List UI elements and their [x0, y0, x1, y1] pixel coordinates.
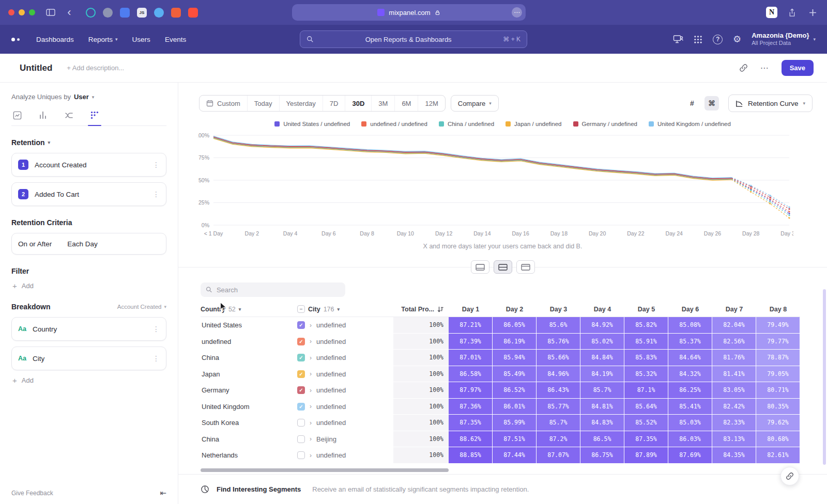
global-search-button[interactable]: Open Reports & Dashboards ⌘ + K: [300, 30, 527, 48]
date-range-yesterday[interactable]: Yesterday: [279, 96, 323, 111]
cell-retention-value[interactable]: 86.5%: [580, 431, 624, 448]
cell-retention-value[interactable]: 87.97%: [449, 382, 493, 399]
expand-row-icon[interactable]: ›: [310, 387, 312, 394]
apps-grid-icon[interactable]: [694, 35, 702, 44]
collapse-sidebar-icon[interactable]: ⇤: [160, 489, 166, 498]
cell-retention-value[interactable]: 79.62%: [756, 415, 800, 431]
cell-retention-value[interactable]: 85.82%: [624, 317, 668, 334]
new-tab-icon[interactable]: [806, 6, 819, 19]
extension-icon-3[interactable]: [120, 8, 130, 18]
tab-insights[interactable]: [11, 110, 23, 120]
row-checkbox[interactable]: [297, 451, 305, 459]
js-extension-icon[interactable]: JS: [137, 8, 147, 18]
tab-funnels[interactable]: [37, 110, 49, 120]
cell-retention-value[interactable]: 88.85%: [449, 447, 493, 464]
extension-icon-6[interactable]: [171, 8, 181, 18]
project-switcher[interactable]: Amazonia {Demo} All Project Data ▾: [752, 32, 816, 47]
share-link-fab[interactable]: [780, 467, 799, 485]
add-filter-button[interactable]: + Add: [11, 281, 166, 290]
cell-retention-value[interactable]: 85.94%: [493, 350, 537, 366]
legend-item[interactable]: United States / undefined: [274, 121, 350, 127]
help-icon[interactable]: ?: [713, 35, 723, 44]
kebab-menu-icon[interactable]: ⋮: [152, 325, 160, 333]
mixpanel-logo[interactable]: [11, 38, 20, 41]
cell-retention-value[interactable]: 85.02%: [580, 334, 624, 350]
cell-retention-value[interactable]: 82.33%: [712, 415, 756, 431]
tab-retention[interactable]: [89, 110, 100, 120]
cell-retention-value[interactable]: 81.41%: [712, 366, 756, 383]
criteria-each-day[interactable]: Each Day: [67, 240, 98, 248]
event-step-card[interactable]: 1 Account Created ⋮: [11, 153, 166, 177]
vertical-scrollbar[interactable]: [823, 289, 826, 465]
tab-flows[interactable]: [63, 110, 74, 120]
cell-retention-value[interactable]: 84.83%: [580, 415, 624, 431]
column-header-total[interactable]: Total Pro...: [393, 306, 449, 313]
cell-retention-value[interactable]: 86.03%: [668, 431, 712, 448]
cell-retention-value[interactable]: 85.37%: [668, 334, 712, 350]
extension-icon-5[interactable]: [154, 8, 164, 18]
cell-retention-value[interactable]: 85.08%: [668, 317, 712, 334]
row-checkbox[interactable]: [297, 419, 305, 427]
cell-retention-value[interactable]: 82.42%: [712, 399, 756, 415]
add-description-button[interactable]: + Add description...: [67, 64, 124, 72]
breakdown-card[interactable]: Aa City ⋮: [11, 346, 166, 370]
cell-retention-value[interactable]: 80.35%: [756, 399, 800, 415]
column-header-day-8[interactable]: Day 8: [756, 306, 800, 313]
extension-icon-2[interactable]: [103, 8, 113, 18]
cell-retention-value[interactable]: 85.7%: [537, 415, 580, 431]
expand-row-icon[interactable]: ›: [310, 435, 312, 443]
cell-retention-value[interactable]: 86.01%: [493, 399, 537, 415]
cell-retention-value[interactable]: 84.32%: [668, 366, 712, 383]
cell-retention-value[interactable]: 86.75%: [580, 447, 624, 464]
cell-retention-value[interactable]: 87.36%: [449, 399, 493, 415]
extension-icon-7[interactable]: [188, 8, 198, 18]
cell-retention-value[interactable]: 87.01%: [449, 350, 493, 366]
date-range-6m[interactable]: 6M: [394, 96, 418, 111]
expand-row-icon[interactable]: ›: [310, 354, 312, 361]
keyboard-shortcuts-icon[interactable]: ⌘: [705, 96, 719, 111]
cell-retention-value[interactable]: 85.77%: [537, 399, 580, 415]
cell-retention-value[interactable]: 84.19%: [580, 366, 624, 383]
legend-item[interactable]: Japan / undefined: [506, 121, 561, 127]
cell-retention-value[interactable]: 84.64%: [668, 350, 712, 366]
kebab-menu-icon[interactable]: ⋮: [152, 190, 160, 198]
cell-retention-value[interactable]: 85.76%: [537, 334, 580, 350]
row-checkbox[interactable]: ✓: [297, 321, 305, 329]
cell-retention-value[interactable]: 85.52%: [624, 415, 668, 431]
cell-retention-value[interactable]: 84.84%: [580, 350, 624, 366]
zoom-window-button[interactable]: [29, 9, 35, 15]
notion-extension-icon[interactable]: N: [766, 7, 777, 18]
cell-retention-value[interactable]: 79.49%: [756, 317, 800, 334]
nav-item-events[interactable]: Events: [158, 36, 193, 43]
copy-link-icon[interactable]: [739, 64, 748, 72]
column-header-day-2[interactable]: Day 2: [493, 306, 537, 313]
cell-retention-value[interactable]: 87.51%: [493, 431, 537, 448]
column-header-country[interactable]: Country 52 ▾: [201, 306, 297, 313]
view-toggle-split[interactable]: [494, 260, 512, 274]
cell-retention-value[interactable]: 87.1%: [624, 382, 668, 399]
cell-retention-value[interactable]: 87.69%: [668, 447, 712, 464]
retention-curve-svg[interactable]: 0%25%50%75%100%< 1 DayDay 2Day 4Day 6Day…: [198, 130, 793, 242]
cell-retention-value[interactable]: 83.13%: [712, 431, 756, 448]
horizontal-scrollbar[interactable]: [201, 468, 449, 472]
more-options-icon[interactable]: ⋯: [760, 63, 769, 73]
cell-retention-value[interactable]: 79.77%: [756, 334, 800, 350]
close-window-button[interactable]: [8, 9, 14, 15]
date-range-today[interactable]: Today: [247, 96, 279, 111]
date-range-12m[interactable]: 12M: [418, 96, 445, 111]
cell-retention-value[interactable]: 87.2%: [537, 431, 580, 448]
cell-retention-value[interactable]: 87.21%: [449, 317, 493, 334]
cell-retention-value[interactable]: 86.05%: [493, 317, 537, 334]
date-range-7d[interactable]: 7D: [323, 96, 345, 111]
expand-row-icon[interactable]: ›: [310, 338, 312, 345]
annotations-icon[interactable]: #: [685, 96, 699, 111]
column-header-day-4[interactable]: Day 4: [580, 306, 624, 313]
column-header-day-5[interactable]: Day 5: [624, 306, 668, 313]
cell-retention-value[interactable]: 78.87%: [756, 350, 800, 366]
column-header-day-3[interactable]: Day 3: [537, 306, 580, 313]
expand-row-icon[interactable]: ›: [310, 452, 312, 459]
expand-row-icon[interactable]: ›: [310, 419, 312, 427]
cell-retention-value[interactable]: 87.89%: [624, 447, 668, 464]
cell-retention-value[interactable]: 85.99%: [493, 415, 537, 431]
retention-chart-container[interactable]: 0%25%50%75%100%< 1 DayDay 2Day 4Day 6Day…: [198, 130, 793, 242]
